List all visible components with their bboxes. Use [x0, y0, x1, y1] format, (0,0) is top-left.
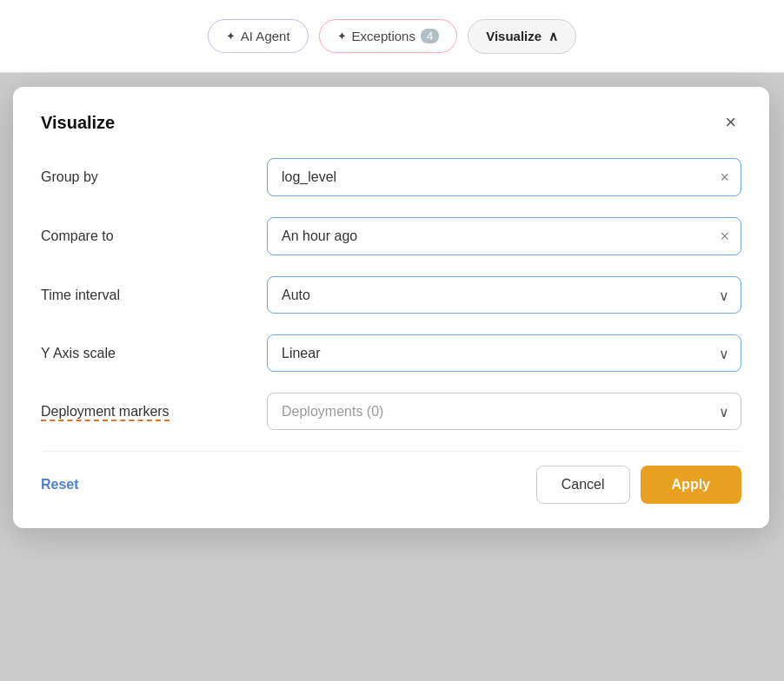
- tab-visualize[interactable]: Visualize ∧: [468, 19, 576, 54]
- reset-button[interactable]: Reset: [41, 477, 79, 493]
- group-by-input[interactable]: [267, 158, 741, 196]
- visualize-modal: Visualize × Group by × Compare to × Time…: [13, 87, 769, 528]
- group-by-label: Group by: [41, 169, 267, 185]
- time-interval-row: Time interval Auto 1 minute 5 minutes 1 …: [41, 276, 741, 314]
- apply-button[interactable]: Apply: [641, 466, 741, 504]
- y-axis-scale-control: Linear Logarithmic ∨: [267, 334, 741, 372]
- time-interval-control: Auto 1 minute 5 minutes 1 hour ∨: [267, 276, 741, 314]
- deployment-markers-select[interactable]: Deployments (0): [267, 393, 741, 430]
- compare-to-clear-button[interactable]: ×: [720, 228, 729, 244]
- visualize-label: Visualize: [486, 29, 541, 43]
- ai-agent-label: AI Agent: [241, 29, 290, 43]
- y-axis-scale-label: Y Axis scale: [41, 346, 267, 361]
- tab-ai-agent[interactable]: ✦ AI Agent: [208, 19, 309, 53]
- tab-exceptions[interactable]: ✦ Exceptions 4: [319, 19, 458, 53]
- deployment-markers-label: Deployment markers: [41, 404, 267, 420]
- y-axis-scale-row: Y Axis scale Linear Logarithmic ∨: [41, 334, 741, 372]
- modal-footer: Reset Cancel Apply: [41, 451, 741, 504]
- compare-to-row: Compare to ×: [41, 217, 741, 255]
- exceptions-badge: 4: [421, 29, 439, 43]
- visualize-chevron-icon: ∧: [548, 29, 558, 44]
- modal-close-button[interactable]: ×: [720, 111, 741, 134]
- deployment-markers-control: Deployments (0) ∨: [267, 393, 741, 430]
- footer-actions: Cancel Apply: [536, 466, 741, 504]
- ai-agent-icon: ✦: [226, 30, 236, 43]
- time-interval-select[interactable]: Auto 1 minute 5 minutes 1 hour: [267, 276, 741, 314]
- cancel-button[interactable]: Cancel: [536, 466, 630, 504]
- group-by-row: Group by ×: [41, 158, 741, 196]
- compare-to-label: Compare to: [41, 228, 267, 244]
- compare-to-control: ×: [267, 217, 741, 255]
- exceptions-label: Exceptions: [352, 29, 415, 43]
- modal-title: Visualize: [41, 113, 115, 133]
- y-axis-scale-select[interactable]: Linear Logarithmic: [267, 334, 741, 372]
- group-by-clear-button[interactable]: ×: [720, 169, 729, 185]
- exceptions-icon: ✦: [337, 30, 347, 43]
- deployment-markers-row: Deployment markers Deployments (0) ∨: [41, 393, 741, 430]
- modal-header: Visualize ×: [41, 111, 741, 134]
- compare-to-input[interactable]: [267, 217, 741, 255]
- deployment-markers-label-text: Deployment markers: [41, 404, 169, 421]
- group-by-control: ×: [267, 158, 741, 196]
- time-interval-label: Time interval: [41, 288, 267, 303]
- top-bar: ✦ AI Agent ✦ Exceptions 4 Visualize ∧: [0, 0, 784, 73]
